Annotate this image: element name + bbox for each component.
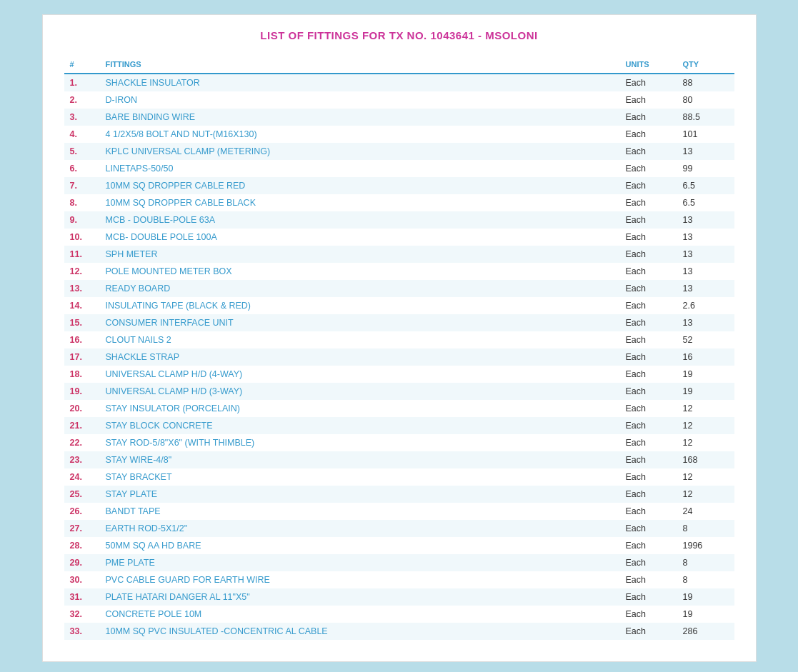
cell-units: Each xyxy=(620,348,677,366)
header-num: # xyxy=(64,56,100,74)
cell-units: Each xyxy=(620,417,677,434)
cell-fitting: D-IRON xyxy=(100,91,620,109)
cell-qty: 8 xyxy=(677,554,734,571)
cell-fitting: STAY BRACKET xyxy=(100,468,620,486)
table-row: 15.CONSUMER INTERFACE UNITEach13 xyxy=(64,314,734,331)
cell-qty: 99 xyxy=(677,160,734,177)
table-row: 33.10MM SQ PVC INSULATED -CONCENTRIC AL … xyxy=(64,623,734,640)
cell-units: Each xyxy=(620,280,677,297)
cell-fitting: SHACKLE INSULATOR xyxy=(100,74,620,91)
cell-num: 22. xyxy=(64,434,100,451)
cell-num: 31. xyxy=(64,588,100,606)
cell-num: 24. xyxy=(64,468,100,486)
cell-num: 18. xyxy=(64,366,100,383)
cell-qty: 13 xyxy=(677,263,734,280)
cell-num: 8. xyxy=(64,194,100,211)
table-row: 22.STAY ROD-5/8"X6" (WITH THIMBLE)Each12 xyxy=(64,434,734,451)
table-header-row: # FITTINGS UNITS QTY xyxy=(64,56,734,74)
cell-units: Each xyxy=(620,126,677,143)
cell-num: 7. xyxy=(64,177,100,194)
cell-units: Each xyxy=(620,143,677,160)
cell-num: 12. xyxy=(64,263,100,280)
cell-num: 11. xyxy=(64,246,100,263)
cell-qty: 8 xyxy=(677,520,734,537)
cell-units: Each xyxy=(620,229,677,246)
cell-num: 14. xyxy=(64,297,100,314)
cell-qty: 19 xyxy=(677,383,734,400)
table-row: 30.PVC CABLE GUARD FOR EARTH WIREEach8 xyxy=(64,571,734,588)
cell-units: Each xyxy=(620,588,677,606)
cell-units: Each xyxy=(620,160,677,177)
cell-num: 1. xyxy=(64,74,100,91)
cell-fitting: EARTH ROD-5X1/2" xyxy=(100,520,620,537)
table-row: 26.BANDT TAPEEach24 xyxy=(64,503,734,520)
cell-num: 23. xyxy=(64,451,100,468)
cell-fitting: POLE MOUNTED METER BOX xyxy=(100,263,620,280)
cell-fitting: BARE BINDING WIRE xyxy=(100,109,620,126)
header-fittings: FITTINGS xyxy=(100,56,620,74)
cell-fitting: PVC CABLE GUARD FOR EARTH WIRE xyxy=(100,571,620,588)
cell-fitting: CONSUMER INTERFACE UNIT xyxy=(100,314,620,331)
cell-qty: 24 xyxy=(677,503,734,520)
cell-units: Each xyxy=(620,400,677,417)
table-row: 24.STAY BRACKETEach12 xyxy=(64,468,734,486)
cell-qty: 13 xyxy=(677,246,734,263)
cell-fitting: STAY BLOCK CONCRETE xyxy=(100,417,620,434)
cell-units: Each xyxy=(620,520,677,537)
cell-qty: 13 xyxy=(677,211,734,229)
cell-qty: 19 xyxy=(677,588,734,606)
page-title: LIST OF FITTINGS FOR TX NO. 1043641 - MS… xyxy=(64,29,734,41)
cell-qty: 13 xyxy=(677,143,734,160)
cell-qty: 52 xyxy=(677,331,734,348)
cell-num: 21. xyxy=(64,417,100,434)
table-row: 6.LINETAPS-50/50Each99 xyxy=(64,160,734,177)
table-row: 14.INSULATING TAPE (BLACK & RED)Each2.6 xyxy=(64,297,734,314)
table-row: 12.POLE MOUNTED METER BOXEach13 xyxy=(64,263,734,280)
cell-num: 19. xyxy=(64,383,100,400)
cell-num: 5. xyxy=(64,143,100,160)
cell-qty: 8 xyxy=(677,571,734,588)
cell-qty: 12 xyxy=(677,400,734,417)
table-row: 9.MCB - DOUBLE-POLE 63AEach13 xyxy=(64,211,734,229)
table-row: 19.UNIVERSAL CLAMP H/D (3-WAY)Each19 xyxy=(64,383,734,400)
table-row: 28.50MM SQ AA HD BAREEach1996 xyxy=(64,537,734,554)
cell-fitting: 10MM SQ DROPPER CABLE BLACK xyxy=(100,194,620,211)
cell-qty: 80 xyxy=(677,91,734,109)
cell-num: 10. xyxy=(64,229,100,246)
cell-units: Each xyxy=(620,383,677,400)
table-row: 31.PLATE HATARI DANGER AL 11"X5"Each19 xyxy=(64,588,734,606)
cell-qty: 6.5 xyxy=(677,194,734,211)
cell-fitting: PLATE HATARI DANGER AL 11"X5" xyxy=(100,588,620,606)
cell-qty: 88 xyxy=(677,74,734,91)
cell-num: 15. xyxy=(64,314,100,331)
cell-fitting: SPH METER xyxy=(100,246,620,263)
cell-fitting: SHACKLE STRAP xyxy=(100,348,620,366)
cell-num: 16. xyxy=(64,331,100,348)
cell-fitting: MCB- DOUBLE POLE 100A xyxy=(100,229,620,246)
cell-units: Each xyxy=(620,297,677,314)
cell-qty: 286 xyxy=(677,623,734,640)
cell-qty: 168 xyxy=(677,451,734,468)
cell-units: Each xyxy=(620,194,677,211)
table-row: 27.EARTH ROD-5X1/2"Each8 xyxy=(64,520,734,537)
cell-num: 25. xyxy=(64,486,100,503)
table-row: 17.SHACKLE STRAPEach16 xyxy=(64,348,734,366)
header-qty: QTY xyxy=(677,56,734,74)
cell-fitting: 10MM SQ PVC INSULATED -CONCENTRIC AL CAB… xyxy=(100,623,620,640)
cell-units: Each xyxy=(620,263,677,280)
fittings-table: # FITTINGS UNITS QTY 1.SHACKLE INSULATOR… xyxy=(64,56,734,640)
cell-fitting: CONCRETE POLE 10M xyxy=(100,606,620,623)
cell-units: Each xyxy=(620,451,677,468)
cell-fitting: INSULATING TAPE (BLACK & RED) xyxy=(100,297,620,314)
table-row: 25.STAY PLATEEach12 xyxy=(64,486,734,503)
cell-qty: 12 xyxy=(677,417,734,434)
cell-fitting: READY BOARD xyxy=(100,280,620,297)
cell-units: Each xyxy=(620,503,677,520)
cell-fitting: UNIVERSAL CLAMP H/D (3-WAY) xyxy=(100,383,620,400)
cell-fitting: LINETAPS-50/50 xyxy=(100,160,620,177)
cell-num: 28. xyxy=(64,537,100,554)
cell-qty: 19 xyxy=(677,606,734,623)
cell-num: 32. xyxy=(64,606,100,623)
page-container: LIST OF FITTINGS FOR TX NO. 1043641 - MS… xyxy=(42,14,757,662)
cell-units: Each xyxy=(620,74,677,91)
